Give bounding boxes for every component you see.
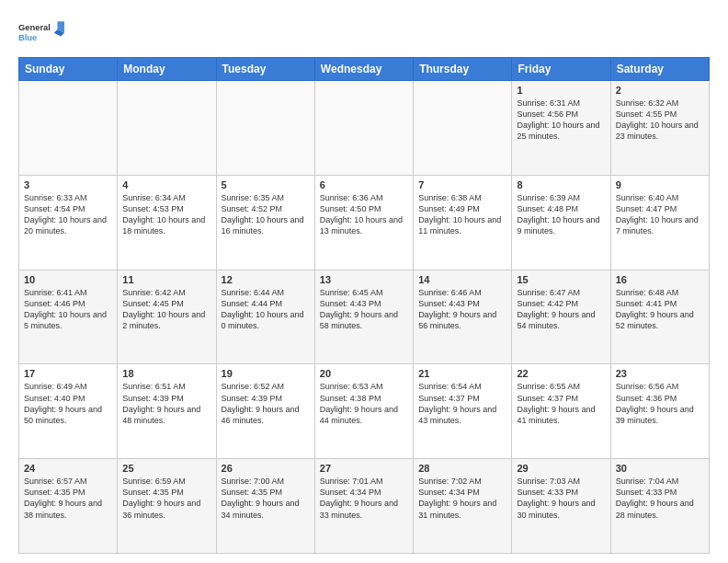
calendar-cell: 24Sunrise: 6:57 AM Sunset: 4:35 PM Dayli… <box>19 459 118 554</box>
calendar-cell: 10Sunrise: 6:41 AM Sunset: 4:46 PM Dayli… <box>19 270 118 364</box>
calendar-cell: 7Sunrise: 6:38 AM Sunset: 4:49 PM Daylig… <box>414 175 512 270</box>
day-number: 30 <box>616 463 704 474</box>
day-info: Sunrise: 7:03 AM Sunset: 4:33 PM Dayligh… <box>517 476 605 521</box>
day-number: 7 <box>418 179 506 190</box>
calendar-cell: 5Sunrise: 6:35 AM Sunset: 4:52 PM Daylig… <box>216 175 314 270</box>
day-info: Sunrise: 6:56 AM Sunset: 4:36 PM Dayligh… <box>616 381 704 426</box>
calendar-cell: 8Sunrise: 6:39 AM Sunset: 4:48 PM Daylig… <box>512 175 610 270</box>
day-number: 21 <box>418 368 506 379</box>
calendar-week-2: 3Sunrise: 6:33 AM Sunset: 4:54 PM Daylig… <box>19 175 710 270</box>
day-number: 19 <box>222 368 310 379</box>
logo: General Blue <box>18 15 64 50</box>
calendar-cell: 28Sunrise: 7:02 AM Sunset: 4:34 PM Dayli… <box>414 459 512 554</box>
calendar-cell: 29Sunrise: 7:03 AM Sunset: 4:33 PM Dayli… <box>512 459 610 554</box>
day-number: 5 <box>222 179 310 190</box>
calendar-table: SundayMondayTuesdayWednesdayThursdayFrid… <box>18 57 710 554</box>
day-info: Sunrise: 6:52 AM Sunset: 4:39 PM Dayligh… <box>222 381 310 426</box>
day-info: Sunrise: 6:41 AM Sunset: 4:46 PM Dayligh… <box>24 287 112 332</box>
day-number: 16 <box>616 274 704 285</box>
calendar-week-5: 24Sunrise: 6:57 AM Sunset: 4:35 PM Dayli… <box>19 459 710 554</box>
day-info: Sunrise: 6:47 AM Sunset: 4:42 PM Dayligh… <box>517 287 605 332</box>
day-info: Sunrise: 7:01 AM Sunset: 4:34 PM Dayligh… <box>320 476 408 521</box>
calendar-cell <box>118 81 216 176</box>
day-number: 12 <box>222 274 310 285</box>
day-info: Sunrise: 6:34 AM Sunset: 4:53 PM Dayligh… <box>122 192 210 237</box>
day-info: Sunrise: 6:44 AM Sunset: 4:44 PM Dayligh… <box>222 287 310 332</box>
day-info: Sunrise: 7:00 AM Sunset: 4:35 PM Dayligh… <box>222 476 310 521</box>
day-number: 8 <box>517 179 605 190</box>
day-number: 26 <box>222 463 310 474</box>
calendar-week-1: 1Sunrise: 6:31 AM Sunset: 4:56 PM Daylig… <box>19 81 710 176</box>
header-row: SundayMondayTuesdayWednesdayThursdayFrid… <box>19 58 710 81</box>
day-number: 13 <box>320 274 408 285</box>
day-number: 22 <box>517 368 605 379</box>
calendar-cell: 1Sunrise: 6:31 AM Sunset: 4:56 PM Daylig… <box>512 81 610 176</box>
calendar-cell <box>19 81 118 176</box>
day-header-wednesday: Wednesday <box>314 58 413 81</box>
day-number: 18 <box>122 368 210 379</box>
day-number: 11 <box>122 274 210 285</box>
day-info: Sunrise: 6:51 AM Sunset: 4:39 PM Dayligh… <box>122 381 210 426</box>
day-number: 2 <box>616 85 704 96</box>
day-number: 23 <box>616 368 704 379</box>
calendar-cell: 11Sunrise: 6:42 AM Sunset: 4:45 PM Dayli… <box>118 270 216 364</box>
day-info: Sunrise: 6:39 AM Sunset: 4:48 PM Dayligh… <box>517 192 605 237</box>
day-number: 24 <box>24 463 112 474</box>
calendar-cell: 17Sunrise: 6:49 AM Sunset: 4:40 PM Dayli… <box>19 364 118 459</box>
day-header-friday: Friday <box>512 58 610 81</box>
day-info: Sunrise: 6:48 AM Sunset: 4:41 PM Dayligh… <box>616 287 704 332</box>
day-number: 9 <box>616 179 704 190</box>
calendar-cell <box>314 81 413 176</box>
day-info: Sunrise: 6:55 AM Sunset: 4:37 PM Dayligh… <box>517 381 605 426</box>
calendar-cell: 15Sunrise: 6:47 AM Sunset: 4:42 PM Dayli… <box>512 270 610 364</box>
day-info: Sunrise: 6:45 AM Sunset: 4:43 PM Dayligh… <box>320 287 408 332</box>
day-number: 14 <box>418 274 506 285</box>
day-info: Sunrise: 6:53 AM Sunset: 4:38 PM Dayligh… <box>320 381 408 426</box>
day-header-thursday: Thursday <box>414 58 512 81</box>
day-info: Sunrise: 6:46 AM Sunset: 4:43 PM Dayligh… <box>418 287 506 332</box>
day-info: Sunrise: 6:57 AM Sunset: 4:35 PM Dayligh… <box>24 476 112 521</box>
calendar-week-4: 17Sunrise: 6:49 AM Sunset: 4:40 PM Dayli… <box>19 364 710 459</box>
calendar-cell: 22Sunrise: 6:55 AM Sunset: 4:37 PM Dayli… <box>512 364 610 459</box>
calendar-cell: 30Sunrise: 7:04 AM Sunset: 4:33 PM Dayli… <box>610 459 709 554</box>
day-number: 28 <box>418 463 506 474</box>
day-number: 20 <box>320 368 408 379</box>
calendar-week-3: 10Sunrise: 6:41 AM Sunset: 4:46 PM Dayli… <box>19 270 710 364</box>
day-header-sunday: Sunday <box>19 58 118 81</box>
calendar-cell <box>216 81 314 176</box>
calendar-cell: 23Sunrise: 6:56 AM Sunset: 4:36 PM Dayli… <box>610 364 709 459</box>
calendar-cell: 25Sunrise: 6:59 AM Sunset: 4:35 PM Dayli… <box>118 459 216 554</box>
calendar-cell: 6Sunrise: 6:36 AM Sunset: 4:50 PM Daylig… <box>314 175 413 270</box>
svg-text:Blue: Blue <box>18 33 37 42</box>
calendar-cell: 2Sunrise: 6:32 AM Sunset: 4:55 PM Daylig… <box>610 81 709 176</box>
svg-text:General: General <box>18 23 51 32</box>
calendar-cell: 18Sunrise: 6:51 AM Sunset: 4:39 PM Dayli… <box>118 364 216 459</box>
calendar-cell: 27Sunrise: 7:01 AM Sunset: 4:34 PM Dayli… <box>314 459 413 554</box>
calendar-cell: 14Sunrise: 6:46 AM Sunset: 4:43 PM Dayli… <box>414 270 512 364</box>
day-info: Sunrise: 6:36 AM Sunset: 4:50 PM Dayligh… <box>320 192 408 237</box>
calendar-cell: 21Sunrise: 6:54 AM Sunset: 4:37 PM Dayli… <box>414 364 512 459</box>
logo-svg: General Blue <box>18 15 64 50</box>
day-info: Sunrise: 6:40 AM Sunset: 4:47 PM Dayligh… <box>616 192 704 237</box>
calendar-cell: 12Sunrise: 6:44 AM Sunset: 4:44 PM Dayli… <box>216 270 314 364</box>
day-number: 1 <box>517 85 605 96</box>
day-number: 3 <box>24 179 112 190</box>
day-header-monday: Monday <box>118 58 216 81</box>
day-info: Sunrise: 6:42 AM Sunset: 4:45 PM Dayligh… <box>122 287 210 332</box>
day-info: Sunrise: 7:02 AM Sunset: 4:34 PM Dayligh… <box>418 476 506 521</box>
page: General Blue SundayMondayTuesdayWednesda… <box>0 0 728 563</box>
day-number: 10 <box>24 274 112 285</box>
day-number: 4 <box>122 179 210 190</box>
calendar-cell: 4Sunrise: 6:34 AM Sunset: 4:53 PM Daylig… <box>118 175 216 270</box>
day-info: Sunrise: 6:31 AM Sunset: 4:56 PM Dayligh… <box>517 98 605 143</box>
day-number: 17 <box>24 368 112 379</box>
header: General Blue <box>18 15 710 50</box>
calendar-cell: 13Sunrise: 6:45 AM Sunset: 4:43 PM Dayli… <box>314 270 413 364</box>
day-number: 25 <box>122 463 210 474</box>
calendar-cell <box>414 81 512 176</box>
day-info: Sunrise: 6:49 AM Sunset: 4:40 PM Dayligh… <box>24 381 112 426</box>
day-info: Sunrise: 6:38 AM Sunset: 4:49 PM Dayligh… <box>418 192 506 237</box>
day-info: Sunrise: 6:33 AM Sunset: 4:54 PM Dayligh… <box>24 192 112 237</box>
calendar-cell: 19Sunrise: 6:52 AM Sunset: 4:39 PM Dayli… <box>216 364 314 459</box>
calendar-cell: 26Sunrise: 7:00 AM Sunset: 4:35 PM Dayli… <box>216 459 314 554</box>
